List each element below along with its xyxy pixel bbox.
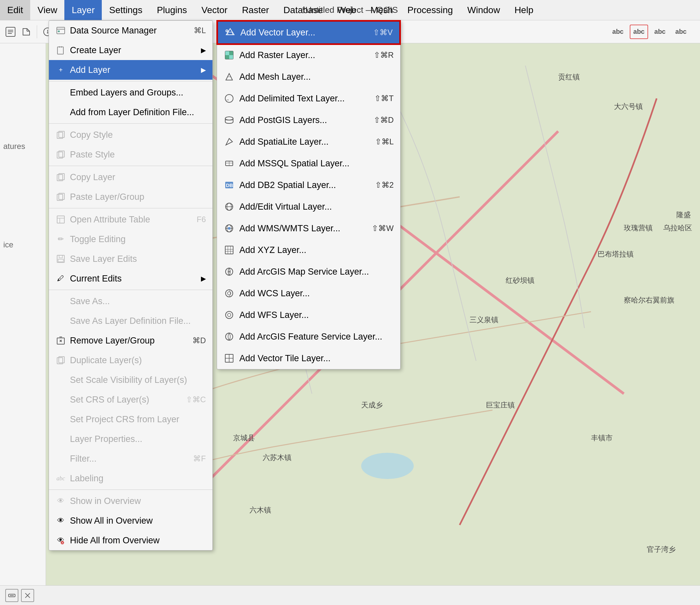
status-btn-2[interactable] xyxy=(21,589,34,602)
sidebar-service: ice xyxy=(3,240,14,249)
show-all-overview-icon: 👁 xyxy=(55,516,66,526)
menu-view[interactable]: View xyxy=(30,0,64,20)
menu-paste-layer-group[interactable]: Paste Layer/Group xyxy=(49,187,212,207)
menu-duplicate-layers[interactable]: Duplicate Layer(s) xyxy=(49,350,212,370)
svg-rect-44 xyxy=(229,55,233,59)
hide-all-overview-icon: 👁✕ xyxy=(55,535,66,546)
svg-rect-31 xyxy=(59,255,62,258)
paste-style-label: Paste Style xyxy=(70,150,115,160)
submenu-add-arcgis-map[interactable]: Add ArcGIS Map Service Layer... xyxy=(217,261,400,283)
menu-copy-layer[interactable]: Copy Layer xyxy=(49,167,212,187)
menu-set-crs[interactable]: Set CRS of Layer(s) ⇧⌘C xyxy=(49,390,212,410)
svg-rect-15 xyxy=(58,30,60,32)
filter-label: Filter... xyxy=(70,454,97,464)
submenu-add-spatialite[interactable]: Add SpatiaLite Layer... ⇧⌘L xyxy=(217,131,400,153)
svg-point-52 xyxy=(225,117,233,120)
menu-database[interactable]: Database xyxy=(276,0,330,20)
menu-vector[interactable]: Vector xyxy=(194,0,235,20)
add-delimited-text-icon: ,, xyxy=(224,93,235,104)
menu-help[interactable]: Help xyxy=(507,0,541,20)
toolbar-abc-2[interactable]: abc xyxy=(630,25,648,39)
submenu-add-wfs[interactable]: Add WFS Layer... xyxy=(217,304,400,326)
labeling-icon: abc xyxy=(55,473,66,483)
status-btn-1[interactable] xyxy=(5,589,18,602)
menu-current-edits[interactable]: 🖊 Current Edits ▶ xyxy=(49,269,212,288)
menu-set-scale-visibility[interactable]: Set Scale Visibility of Layer(s) xyxy=(49,370,212,390)
add-wcs-icon xyxy=(224,288,235,299)
add-arcgis-map-label: Add ArcGIS Map Service Layer... xyxy=(239,267,369,277)
add-spatialite-label: Add SpatiaLite Layer... xyxy=(239,137,329,147)
menu-processing[interactable]: Processing xyxy=(400,0,460,20)
menu-web[interactable]: Web xyxy=(330,0,363,20)
add-db2-shortcut: ⇧⌘2 xyxy=(375,180,394,190)
submenu-add-virtual[interactable]: Add/Edit Virtual Layer... xyxy=(217,196,400,217)
menu-save-as[interactable]: Save As... xyxy=(49,291,212,311)
add-layer-label: Add Layer xyxy=(70,65,110,75)
menu-open-attribute-table[interactable]: Open Attribute Table F6 xyxy=(49,210,212,229)
submenu-add-delimited-text[interactable]: ,, Add Delimited Text Layer... ⇧⌘T xyxy=(217,87,400,109)
submenu-add-postgis[interactable]: Add PostGIS Layers... ⇧⌘D xyxy=(217,109,400,131)
menu-show-all-overview[interactable]: 👁 Show All in Overview xyxy=(49,511,212,530)
menu-layer-properties[interactable]: Layer Properties... xyxy=(49,429,212,449)
submenu-add-db2[interactable]: DB2 Add DB2 Spatial Layer... ⇧⌘2 xyxy=(217,174,400,196)
add-wcs-label: Add WCS Layer... xyxy=(239,288,310,298)
menu-labeling[interactable]: abc Labeling xyxy=(49,469,212,488)
menu-copy-style[interactable]: Copy Style xyxy=(49,125,212,145)
menu-hide-all-overview[interactable]: 👁✕ Hide All from Overview xyxy=(49,530,212,550)
toolbar-abc-1[interactable]: abc xyxy=(609,25,627,39)
submenu-add-xyz[interactable]: Add XYZ Layer... xyxy=(217,239,400,261)
set-scale-visibility-icon xyxy=(55,375,66,385)
svg-rect-45 xyxy=(229,51,233,55)
paste-layer-group-icon xyxy=(55,192,66,202)
menu-paste-style[interactable]: Paste Style xyxy=(49,145,212,164)
menu-remove-layer[interactable]: Remove Layer/Group ⌘D xyxy=(49,331,212,350)
menu-embed-layers[interactable]: Embed Layers and Groups... xyxy=(49,83,212,102)
menu-mesh[interactable]: Mesh xyxy=(363,0,400,20)
menu-window[interactable]: Window xyxy=(460,0,507,20)
menu-filter[interactable]: Filter... ⌘F xyxy=(49,449,212,469)
create-layer-label: Create Layer xyxy=(70,45,121,55)
sidebar-features: atures xyxy=(3,142,25,151)
submenu-add-arcgis-feature[interactable]: Add ArcGIS Feature Service Layer... xyxy=(217,326,400,347)
toolbar-btn-2[interactable] xyxy=(19,25,33,39)
menu-settings[interactable]: Settings xyxy=(102,0,149,20)
add-delimited-text-label: Add Delimited Text Layer... xyxy=(239,94,345,104)
submenu-add-vector-layer[interactable]: Add Vector Layer... ⇧⌘V xyxy=(217,21,400,44)
menu-create-layer[interactable]: Create Layer ▶ xyxy=(49,41,212,60)
create-layer-arrow: ▶ xyxy=(201,46,206,54)
menu-save-layer-edits[interactable]: Save Layer Edits xyxy=(49,249,212,269)
menu-toggle-editing[interactable]: ✏ Toggle Editing xyxy=(49,229,212,249)
submenu-add-mesh-layer[interactable]: Add Mesh Layer... xyxy=(217,66,400,87)
menu-show-in-overview[interactable]: 👁 Show in Overview xyxy=(49,491,212,511)
add-virtual-label: Add/Edit Virtual Layer... xyxy=(239,202,332,212)
menu-edit[interactable]: Edit xyxy=(0,0,30,20)
toolbar-abc-4[interactable]: abc xyxy=(672,25,690,39)
set-crs-label: Set CRS of Layer(s) xyxy=(70,395,149,405)
sep1 xyxy=(49,81,212,81)
menu-data-source-manager[interactable]: Data Source Manager ⌘L xyxy=(49,21,212,41)
set-crs-icon xyxy=(55,394,66,405)
add-postgis-icon xyxy=(224,114,235,126)
menu-layer[interactable]: Layer xyxy=(64,0,102,20)
submenu-add-mssql[interactable]: Add MSSQL Spatial Layer... xyxy=(217,153,400,174)
current-edits-arrow: ▶ xyxy=(201,274,206,283)
menu-add-from-definition[interactable]: Add from Layer Definition File... xyxy=(49,102,212,122)
toolbar-abc-3[interactable]: abc xyxy=(651,25,669,39)
add-virtual-icon xyxy=(224,201,235,212)
svg-point-76 xyxy=(227,313,231,317)
submenu-add-wcs[interactable]: Add WCS Layer... xyxy=(217,283,400,304)
menu-save-as-definition[interactable]: Save As Layer Definition File... xyxy=(49,311,212,331)
submenu-add-wms[interactable]: Add WMS/WMTS Layer... ⇧⌘W xyxy=(217,217,400,239)
menu-raster[interactable]: Raster xyxy=(235,0,276,20)
menu-add-layer[interactable]: + Add Layer ▶ xyxy=(49,60,212,80)
svg-point-1 xyxy=(361,453,414,479)
add-mesh-layer-icon xyxy=(224,71,235,82)
submenu-add-raster-layer[interactable]: Add Raster Layer... ⇧⌘R xyxy=(217,44,400,66)
save-layer-edits-label: Save Layer Edits xyxy=(70,254,137,264)
set-project-crs-label: Set Project CRS from Layer xyxy=(70,414,179,425)
open-attribute-table-shortcut: F6 xyxy=(197,215,206,224)
toolbar-btn-1[interactable] xyxy=(3,25,18,39)
menu-plugins[interactable]: Plugins xyxy=(150,0,194,20)
menu-set-project-crs[interactable]: Set Project CRS from Layer xyxy=(49,410,212,429)
submenu-add-vector-tile[interactable]: Add Vector Tile Layer... xyxy=(217,347,400,369)
